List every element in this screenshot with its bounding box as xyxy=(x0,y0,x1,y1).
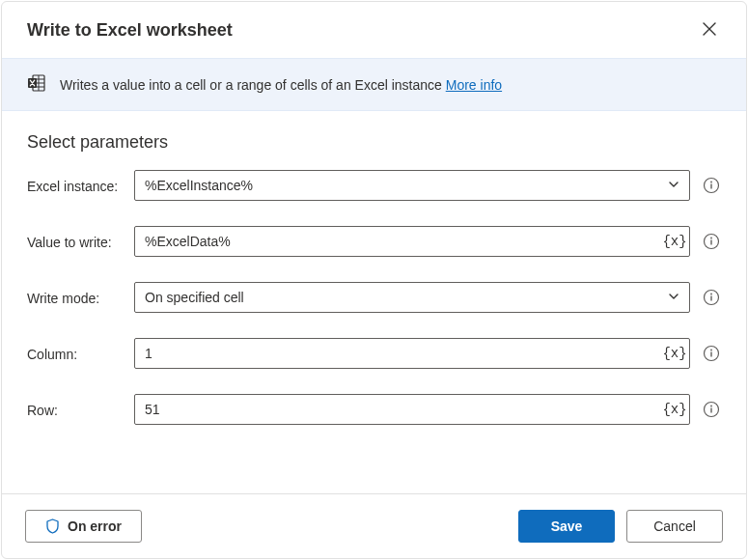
dropdown-excel-instance[interactable] xyxy=(134,170,690,201)
dropdown-write-mode[interactable] xyxy=(134,282,690,313)
info-icon xyxy=(703,289,720,306)
svg-point-13 xyxy=(710,294,712,295)
shield-icon xyxy=(45,518,60,534)
row-excel-instance: Excel instance: xyxy=(27,170,721,201)
row-column: Column: {x} xyxy=(27,338,721,369)
svg-rect-14 xyxy=(710,296,711,301)
info-icon xyxy=(703,345,720,362)
label-row: Row: xyxy=(27,401,123,418)
section-title: Select parameters xyxy=(27,132,721,153)
footer-right: Save Cancel xyxy=(518,510,723,543)
svg-rect-20 xyxy=(710,408,711,413)
input-row[interactable] xyxy=(135,395,660,424)
dialog-title: Write to Excel worksheet xyxy=(27,20,233,41)
dialog-footer: On error Save Cancel xyxy=(2,493,746,558)
field-column[interactable]: {x} xyxy=(134,338,690,369)
save-button[interactable]: Save xyxy=(518,510,615,543)
svg-point-16 xyxy=(710,350,712,351)
svg-point-7 xyxy=(710,182,712,183)
info-bar: Writes a value into a cell or a range of… xyxy=(2,58,746,111)
variable-picker-row[interactable]: {x} xyxy=(660,395,689,424)
label-excel-instance: Excel instance: xyxy=(27,177,123,194)
dialog: Write to Excel worksheet Writes a value … xyxy=(1,1,747,559)
row-value-to-write: Value to write: {x} xyxy=(27,226,721,257)
on-error-button[interactable]: On error xyxy=(25,510,142,543)
variable-picker-value[interactable]: {x} xyxy=(660,227,689,256)
info-icon xyxy=(703,177,720,194)
input-write-mode[interactable] xyxy=(135,283,658,312)
field-row[interactable]: {x} xyxy=(134,394,690,425)
label-value-to-write: Value to write: xyxy=(27,233,123,250)
cancel-button[interactable]: Cancel xyxy=(626,510,723,543)
input-value-to-write[interactable] xyxy=(135,227,660,256)
field-value-to-write[interactable]: {x} xyxy=(134,226,690,257)
label-column: Column: xyxy=(27,345,123,362)
help-excel-instance[interactable] xyxy=(702,176,721,195)
help-value-to-write[interactable] xyxy=(702,232,721,251)
info-text: Writes a value into a cell or a range of… xyxy=(60,77,446,93)
svg-rect-8 xyxy=(710,184,711,189)
help-write-mode[interactable] xyxy=(702,288,721,307)
row-write-mode: Write mode: xyxy=(27,282,721,313)
chevron-write-mode[interactable] xyxy=(658,283,689,312)
info-text-container: Writes a value into a cell or a range of… xyxy=(60,77,502,93)
excel-icon xyxy=(27,73,46,96)
close-icon xyxy=(703,22,716,39)
svg-rect-11 xyxy=(710,240,711,245)
label-write-mode: Write mode: xyxy=(27,289,123,306)
dialog-header: Write to Excel worksheet xyxy=(2,2,746,58)
input-column[interactable] xyxy=(135,339,660,368)
chevron-down-icon xyxy=(668,291,679,305)
close-button[interactable] xyxy=(694,14,725,45)
more-info-link[interactable]: More info xyxy=(446,77,502,93)
svg-rect-17 xyxy=(710,352,711,357)
help-column[interactable] xyxy=(702,344,721,363)
svg-point-19 xyxy=(710,406,712,407)
row-row: Row: {x} xyxy=(27,394,721,425)
info-icon xyxy=(703,401,720,418)
input-excel-instance[interactable] xyxy=(135,171,658,200)
svg-point-10 xyxy=(710,238,712,239)
on-error-label: On error xyxy=(68,518,122,534)
chevron-down-icon xyxy=(668,179,679,193)
info-icon xyxy=(703,233,720,250)
parameters-section: Select parameters Excel instance: Value … xyxy=(2,111,746,493)
variable-picker-column[interactable]: {x} xyxy=(660,339,689,368)
chevron-excel-instance[interactable] xyxy=(658,171,689,200)
help-row[interactable] xyxy=(702,400,721,419)
